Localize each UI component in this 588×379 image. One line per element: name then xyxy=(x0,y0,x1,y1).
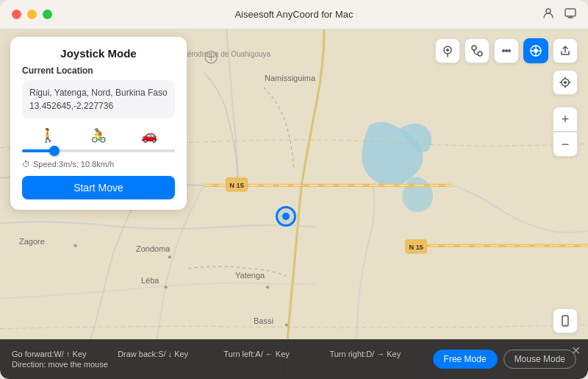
zoom-in-button[interactable]: + xyxy=(553,107,578,132)
direction-label: Direction: move the mouse xyxy=(12,360,108,369)
svg-point-19 xyxy=(478,52,482,56)
map-right-controls: + − xyxy=(553,70,578,157)
user-icon[interactable] xyxy=(542,7,554,21)
titlebar: Aiseesoft AnyCoord for Mac xyxy=(0,0,588,29)
zoom-out-button[interactable]: − xyxy=(553,132,578,157)
keyboard-hints: Go forward:W/ ↑ Key Draw back:S/ ↓ Key T… xyxy=(12,350,427,369)
close-bottom-bar-button[interactable]: ✕ xyxy=(571,344,581,358)
back-key-label: Draw back:S/ ↓ Key xyxy=(118,350,188,358)
right-key-hint: Turn right:D/ → Key xyxy=(329,350,426,358)
pin-tool-button[interactable] xyxy=(435,38,460,63)
speed-value: Speed:3m/s; 10.8km/h xyxy=(33,160,114,169)
multipoint-tool-button[interactable] xyxy=(494,38,519,63)
free-mode-button[interactable]: Free Mode xyxy=(433,350,498,369)
panel-subtitle: Current Location xyxy=(22,65,175,76)
speed-gauge-icon: ⏱ xyxy=(22,160,30,169)
map-toolbar xyxy=(435,38,578,63)
mouse-mode-button[interactable]: Mouse Mode xyxy=(503,350,576,369)
svg-point-3 xyxy=(74,244,77,247)
walk-mode-button[interactable]: 🚶 xyxy=(40,127,56,144)
direction-hint: Direction: move the mouse xyxy=(12,360,427,369)
svg-rect-1 xyxy=(565,9,576,16)
svg-point-0 xyxy=(546,9,551,13)
route-tool-button[interactable] xyxy=(465,38,490,63)
minimize-button[interactable] xyxy=(27,10,37,19)
drive-mode-button[interactable]: 🚗 xyxy=(141,127,157,144)
speed-slider-track[interactable] xyxy=(22,149,175,152)
traffic-lights xyxy=(12,10,52,19)
my-location-button[interactable] xyxy=(553,70,578,95)
left-key-hint: Turn left:A/ ← Key xyxy=(223,350,320,358)
svg-point-4 xyxy=(168,255,171,258)
svg-point-16 xyxy=(446,49,449,52)
device-button[interactable] xyxy=(553,308,578,333)
svg-point-18 xyxy=(472,46,476,50)
export-tool-button[interactable] xyxy=(553,38,578,63)
close-button[interactable] xyxy=(12,10,21,19)
joystick-panel: Joystick Mode Current Location Rigui, Ya… xyxy=(10,37,187,210)
location-line1: Rigui, Yatenga, Nord, Burkina Faso xyxy=(29,86,168,99)
speed-slider-fill xyxy=(22,149,53,152)
bike-mode-button[interactable]: 🚴 xyxy=(90,127,107,144)
svg-point-21 xyxy=(505,49,508,52)
svg-text:N 15: N 15 xyxy=(409,244,423,251)
start-move-button[interactable]: Start Move xyxy=(22,176,175,199)
bottom-bar: Go forward:W/ ↑ Key Draw back:S/ ↓ Key T… xyxy=(0,339,588,379)
svg-point-6 xyxy=(266,286,269,288)
location-line2: 13.452645,-2.227736 xyxy=(29,99,168,113)
titlebar-actions xyxy=(542,7,576,21)
svg-point-7 xyxy=(285,324,288,327)
svg-point-24 xyxy=(534,49,538,53)
speed-label: ⏱ Speed:3m/s; 10.8km/h xyxy=(22,160,175,169)
marker-ring xyxy=(276,206,296,227)
svg-point-36 xyxy=(564,324,566,325)
mode-buttons: Free Mode Mouse Mode xyxy=(433,350,576,369)
right-key-label: Turn right:D/ → Key xyxy=(329,350,401,358)
window-title: Aiseesoft AnyCoord for Mac xyxy=(234,9,353,20)
speed-slider-thumb[interactable] xyxy=(49,146,60,156)
svg-point-22 xyxy=(508,49,511,52)
transport-mode-selector: 🚶 🚴 🚗 xyxy=(22,127,175,144)
left-key-label: Turn left:A/ ← Key xyxy=(223,350,289,358)
fullscreen-button[interactable] xyxy=(43,10,52,19)
forward-key-label: Go forward:W/ ↑ Key xyxy=(12,350,86,358)
svg-point-5 xyxy=(165,286,168,288)
svg-point-30 xyxy=(564,81,567,84)
monitor-icon[interactable] xyxy=(564,7,576,21)
location-display: Rigui, Yatenga, Nord, Burkina Faso 13.45… xyxy=(22,80,175,118)
location-marker xyxy=(276,206,296,227)
panel-title: Joystick Mode xyxy=(22,47,175,60)
back-key-hint: Draw back:S/ ↓ Key xyxy=(118,350,215,358)
main-content: N 15 N 15 Aérodrome de Ouahigouya Namiss… xyxy=(0,29,588,379)
forward-key-hint: Go forward:W/ ↑ Key xyxy=(12,350,109,358)
marker-dot xyxy=(282,213,290,220)
speed-slider-container xyxy=(22,149,175,152)
svg-text:N 15: N 15 xyxy=(229,182,243,189)
svg-point-20 xyxy=(502,49,505,52)
joystick-tool-button[interactable] xyxy=(523,38,548,63)
app-window: Aiseesoft AnyCoord for Mac xyxy=(0,0,588,379)
